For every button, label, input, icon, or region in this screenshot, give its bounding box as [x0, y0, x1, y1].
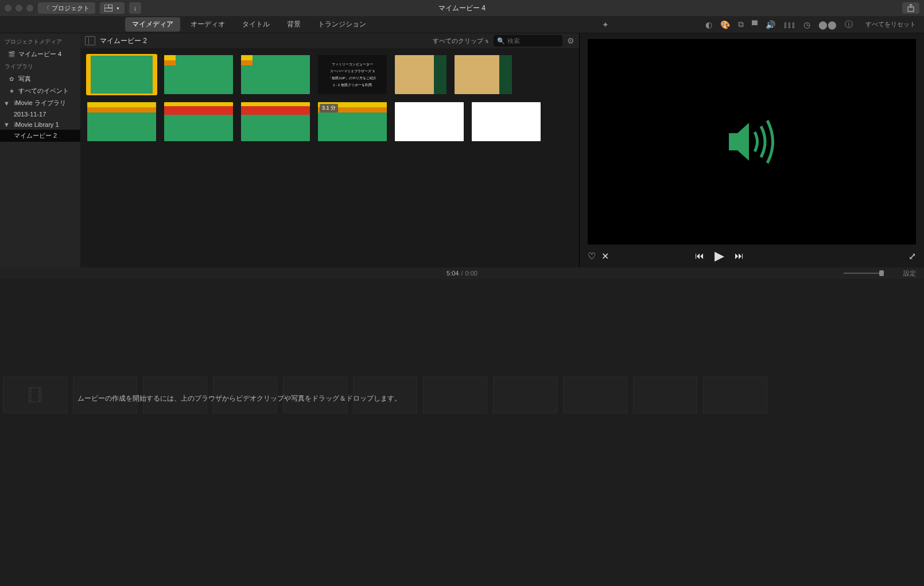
reset-all-button[interactable]: すべてをリセット [865, 20, 916, 29]
sidebar-item-all-events[interactable]: ★すべてのイベント [0, 85, 80, 97]
info-icon[interactable]: ⓘ [845, 20, 853, 30]
clip-thumbnail[interactable] [455, 55, 512, 94]
window-controls[interactable] [5, 5, 33, 11]
sidebar-toggle-button[interactable] [85, 36, 95, 45]
favorite-icon[interactable]: ♡ [588, 251, 596, 262]
filter-icon[interactable]: ⬤⬤ [818, 20, 837, 29]
tab-transitions[interactable]: トランジション [311, 17, 373, 32]
play-button[interactable]: ▶ [715, 249, 724, 263]
next-button[interactable]: ⏭ [735, 251, 744, 261]
share-button[interactable] [902, 2, 919, 14]
fullscreen-icon[interactable]: ⤢ [909, 251, 916, 262]
current-time: 5:04 [447, 270, 459, 277]
timeline-settings-button[interactable]: 設定 [903, 269, 916, 278]
search-input[interactable]: 🔍検索 [494, 35, 562, 46]
sidebar-item-imovie-library1[interactable]: ▼iMovie Library 1 [0, 119, 80, 130]
timeline-bar: 5:04 / 0:00 設定 [0, 267, 924, 279]
enhance-icon[interactable]: ✦ [602, 20, 609, 29]
clip-thumbnail[interactable] [164, 102, 233, 141]
back-to-projects-button[interactable]: 〈プロジェクト [38, 2, 95, 14]
timeline[interactable]: ムービーの作成を開始するには、上のブラウザからビデオクリップや写真をドラッグ＆ド… [0, 279, 924, 586]
reject-icon[interactable]: ✕ [601, 251, 609, 262]
disclosure-triangle-icon[interactable]: ▼ [3, 121, 10, 128]
browser-settings-icon[interactable]: ⚙ [567, 36, 574, 45]
clip-duration-badge: 3.1 分 [320, 104, 338, 112]
color-correction-icon[interactable]: 🎨 [720, 20, 730, 29]
sidebar-item-photos[interactable]: ✿写真 [0, 73, 80, 85]
clip-thumbnail[interactable] [87, 55, 156, 94]
import-button[interactable]: ↓ [129, 2, 142, 14]
browser-title: マイムービー 2 [100, 36, 147, 46]
clip-grid: ファミリーコンピューター スーパーマリオブラザーズ 3 「無限1UP」のやり方を… [80, 48, 579, 148]
volume-icon[interactable]: 🔊 [766, 20, 775, 29]
film-icon [29, 387, 41, 402]
prev-button[interactable]: ⏮ [695, 251, 704, 261]
preview-viewer: ♡ ✕ ⏮ ▶ ⏭ ⤢ [580, 33, 924, 267]
sidebar-item-date[interactable]: 2013-11-17 [0, 109, 80, 119]
preview-canvas[interactable] [588, 39, 916, 245]
svg-rect-1 [104, 8, 112, 11]
color-balance-icon[interactable]: ◐ [705, 20, 712, 29]
search-icon: 🔍 [497, 37, 505, 45]
clip-thumbnail[interactable] [164, 55, 233, 94]
equalizer-icon[interactable]: ⫿⫿⫿ [783, 20, 795, 29]
flower-icon: ✿ [8, 76, 15, 83]
media-browser: マイムービー 2 すべてのクリップ ⇅ 🔍検索 ⚙ ファミリーコンピューター ス… [80, 33, 580, 267]
tab-titles[interactable]: タイトル [235, 17, 277, 32]
playback-controls: ♡ ✕ ⏮ ▶ ⏭ ⤢ [580, 245, 924, 267]
speaker-icon [723, 116, 781, 168]
tab-row: マイメディア オーディオ タイトル 背景 トランジション ✦ ◐ 🎨 ⧉ ▀ 🔊… [0, 16, 924, 33]
sidebar-section-project: プロジェクトメディア [0, 36, 80, 48]
window-title: マイムービー 4 [438, 3, 486, 13]
tab-backgrounds[interactable]: 背景 [280, 17, 308, 32]
clip-thumbnail[interactable] [241, 55, 310, 94]
clip-thumbnail[interactable]: ファミリーコンピューター スーパーマリオブラザーズ 3 「無限1UP」のやり方を… [318, 55, 387, 94]
timeline-slot[interactable] [703, 377, 767, 413]
crop-icon[interactable]: ⧉ [738, 20, 744, 29]
sidebar: プロジェクトメディア 🎬マイムービー 4 ライブラリ ✿写真 ★すべてのイベント… [0, 33, 80, 267]
star-icon: ★ [8, 88, 15, 95]
clip-thumbnail[interactable] [87, 102, 156, 141]
clip-thumbnail[interactable]: 3.1 分 [318, 102, 387, 141]
titlebar: 〈プロジェクト ▼ ↓ マイムービー 4 [0, 0, 924, 16]
sidebar-item-movie2[interactable]: マイムービー 2 [0, 130, 80, 142]
disclosure-triangle-icon[interactable]: ▼ [3, 100, 10, 107]
timeline-hint: ムービーの作成を開始するには、上のブラウザからビデオクリップや写真をドラッグ＆ド… [77, 394, 401, 403]
duration: 0:00 [465, 270, 477, 277]
speed-icon[interactable]: ◷ [803, 20, 810, 29]
tab-my-media[interactable]: マイメディア [125, 17, 180, 32]
sidebar-section-library: ライブラリ [0, 60, 80, 73]
layout-button[interactable]: ▼ [100, 2, 125, 14]
sidebar-item-imovie-library[interactable]: ▼iMovie ライブラリ [0, 97, 80, 109]
zoom-slider[interactable] [844, 273, 884, 274]
browser-bar: マイムービー 2 すべてのクリップ ⇅ 🔍検索 ⚙ [80, 33, 579, 48]
clip-filter-dropdown[interactable]: すべてのクリップ ⇅ [433, 37, 489, 45]
timeline-slot[interactable] [633, 377, 697, 413]
tab-audio[interactable]: オーディオ [184, 17, 232, 32]
clip-thumbnail[interactable] [395, 102, 464, 141]
clip-thumbnail[interactable] [241, 102, 310, 141]
sidebar-item-movie4[interactable]: 🎬マイムービー 4 [0, 48, 80, 60]
timeline-slot[interactable] [493, 377, 557, 413]
timeline-slot[interactable] [563, 377, 627, 413]
clapper-icon: 🎬 [8, 51, 15, 58]
svg-rect-2 [108, 5, 112, 8]
timeline-slot[interactable] [3, 377, 67, 413]
timeline-slot[interactable] [423, 377, 487, 413]
stabilize-icon[interactable]: ▀ [752, 20, 758, 29]
clip-thumbnail[interactable] [395, 55, 447, 94]
clip-thumbnail[interactable] [472, 102, 541, 141]
